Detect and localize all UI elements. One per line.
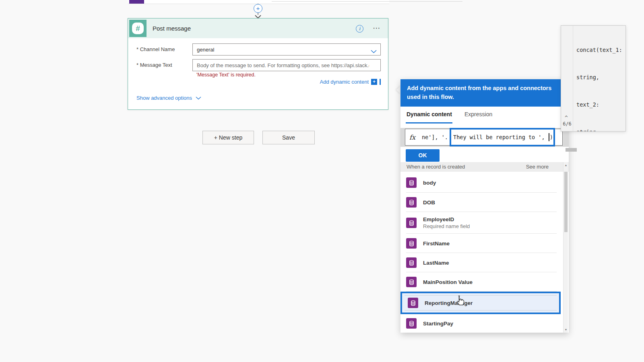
signature-gutter: ^ 6/6	[561, 26, 573, 131]
tab-expression[interactable]: Expression	[464, 111, 492, 117]
scrollbar-thumb[interactable]	[564, 172, 568, 232]
flow-designer-canvas: + # Post message i ⋯ * Channel Name * Me…	[0, 0, 644, 362]
popup-header: Add dynamic content from the apps and co…	[400, 79, 569, 107]
item-sublabel: Required name field	[423, 223, 470, 229]
param-counter: 6/6	[561, 121, 573, 127]
signature-lines: concat(text_1: string, text_2: string, t…	[576, 27, 622, 132]
show-advanced-options-link[interactable]: Show advanced options	[136, 94, 201, 101]
step-title: Post message	[153, 19, 191, 38]
post-message-header[interactable]: # Post message i ⋯	[128, 19, 388, 38]
signature-line: text_2:	[576, 100, 622, 109]
text-cursor	[549, 133, 549, 141]
dynamic-content-popup: Add dynamic content from the apps and co…	[400, 79, 569, 333]
chevron-down-icon[interactable]	[371, 48, 377, 55]
mouse-cursor-icon	[456, 296, 466, 309]
add-dynamic-content-icon-bar	[380, 79, 381, 85]
chevron-down-icon	[196, 94, 201, 101]
dynamic-content-item-employeeid[interactable]: EmployeeID Required name field	[400, 212, 561, 234]
highlighted-row-inner: ReportingManager	[405, 295, 557, 311]
add-dynamic-content-link[interactable]: Add dynamic content +	[320, 79, 381, 85]
scroll-down-icon[interactable]: ▼	[564, 328, 568, 331]
dynamic-content-item-dob[interactable]: DOB	[400, 193, 561, 212]
formula-scrollbar-fragment[interactable]	[566, 148, 577, 152]
database-icon	[406, 277, 417, 287]
database-icon	[406, 177, 417, 188]
signature-line: concat(text_1:	[576, 45, 622, 55]
dynamic-content-item-mainposition[interactable]: MainPosition Value	[400, 272, 561, 292]
section-title: When a record is created	[407, 162, 465, 172]
message-text-field-wrap	[192, 59, 381, 71]
expression-highlight-text: They will be reporting to ',	[453, 134, 548, 140]
database-icon	[406, 218, 417, 228]
signature-line: string,	[576, 73, 622, 82]
database-icon	[406, 197, 417, 208]
ellipsis-menu-icon[interactable]: ⋯	[373, 23, 381, 33]
signature-line: string,	[576, 128, 622, 132]
add-dynamic-content-icon: +	[371, 79, 377, 85]
insert-step-button[interactable]: +	[254, 4, 262, 13]
tab-dynamic-content[interactable]: Dynamic content	[407, 111, 452, 117]
post-message-card: # Post message i ⋯ * Channel Name * Mess…	[128, 18, 388, 110]
see-more-link[interactable]: See more	[526, 162, 549, 172]
channel-name-select[interactable]	[192, 43, 381, 56]
dynamic-content-item-lastname[interactable]: LastName	[400, 253, 561, 272]
plus-icon: +	[256, 5, 260, 12]
trigger-card-edge	[272, 1, 462, 2]
fx-icon: fx	[409, 134, 415, 141]
active-tab-underline	[406, 122, 452, 123]
info-icon[interactable]: i	[356, 25, 363, 33]
slack-connector-tile: #	[129, 20, 147, 37]
list-scrollbar[interactable]: ▲ ▼	[563, 162, 568, 333]
dynamic-content-item-startingpay[interactable]: StartingPay	[400, 314, 561, 333]
trigger-card-partial	[128, 0, 389, 4]
expression-prefix-text: ne'], '.	[422, 134, 448, 140]
message-text-input[interactable]	[192, 59, 381, 71]
channel-name-field-wrap	[192, 43, 381, 56]
message-text-error: 'Message Text' is required.	[196, 72, 256, 78]
save-button[interactable]: Save	[262, 131, 315, 144]
new-step-button[interactable]: + New step	[202, 131, 254, 144]
trigger-card-accent	[129, 0, 144, 4]
expression-highlight-close: )	[550, 134, 553, 140]
dynamic-content-item-reportingmanager-highlighted[interactable]: ReportingManager	[400, 292, 561, 314]
channel-name-label: * Channel Name	[136, 43, 175, 56]
param-up-icon[interactable]: ^	[565, 115, 568, 121]
database-icon	[406, 238, 417, 249]
scroll-up-icon[interactable]: ▲	[564, 164, 568, 167]
database-icon	[406, 257, 417, 268]
slack-icon: #	[132, 23, 144, 34]
database-icon	[406, 318, 417, 329]
database-icon	[408, 298, 418, 308]
section-header: When a record is created See more	[400, 162, 569, 172]
expression-highlight-box[interactable]: They will be reporting to ', )	[450, 128, 555, 146]
message-text-label: * Message Text	[136, 59, 172, 71]
function-signature-tooltip: ^ 6/6 concat(text_1: string, text_2: str…	[561, 25, 626, 132]
dynamic-content-item-body[interactable]: body	[400, 173, 561, 193]
dynamic-content-item-firstname[interactable]: FirstName	[400, 234, 561, 253]
ok-button[interactable]: OK	[406, 149, 440, 162]
